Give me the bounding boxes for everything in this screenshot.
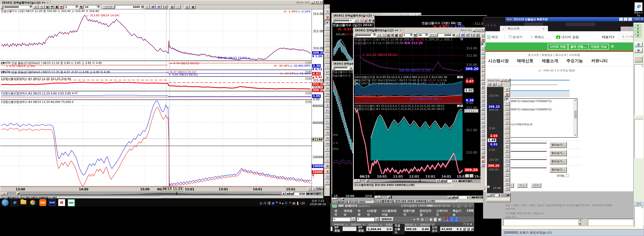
menu-system-market[interactable]: 시스템시장: [488, 58, 509, 64]
pane-call-option[interactable]: ▼▼ATM 연결 콜옵션(1분Data2 ) 06/15 11:20 종 3.8…: [0, 61, 312, 70]
symbol-combo[interactable]: 00000000 ▼: [4, 5, 32, 9]
bar-chart-icon[interactable]: ıİl: [150, 5, 156, 9]
b2-scrollbar[interactable]: ≡ ◀ ▶ ◀◀ ▶▶ 6 ◆▶◀⊕⊖▦☒: [374, 195, 486, 199]
breadcrumb[interactable]: ⌂ › 커뮤니티 | 수식작성 Q&A: [538, 69, 575, 72]
minimize-button[interactable]: ▁: [310, 1, 314, 4]
b3-scrollbar[interactable]: ◀: [332, 197, 374, 200]
nav-controls[interactable]: ⌕ ▾ ⚿ ↻: [485, 24, 496, 27]
browser-tab[interactable]: ⟋ 예스스탁 ✕: [500, 26, 548, 31]
browse-button-3[interactable]: 찾아보기...: [550, 159, 567, 164]
close-button[interactable]: ×: [319, 1, 323, 4]
browser-title-bar[interactable]: BnB [3112] 선물옵션 빠른주문 ⇞□❐ — ✕: [506, 17, 644, 22]
nh-menu-item[interactable]: 시세/분석: [367, 209, 377, 216]
account-links[interactable]: 로그아웃 | 회원정보 | 회사소개 | 사이트맵: [528, 53, 580, 57]
scroll-next-icon[interactable]: ▶▶: [290, 192, 294, 195]
chart-scrollbar[interactable]: ≡ ◀ ▶ ◀◀ ▶▶ 558 ◆▶◀⊕⊖▦☒: [0, 192, 323, 195]
nh-menu-item[interactable]: 온라인지점: [420, 209, 432, 216]
start-button[interactable]: [2, 199, 9, 206]
restore-button[interactable]: ❐: [628, 18, 632, 21]
grid-icon[interactable]: ▦: [190, 5, 196, 9]
pane-close[interactable]: x: [308, 92, 311, 94]
c-scrollbar[interactable]: ≡ ◀ ▶ ◀◀ ▶▶ 433 ◆▶◀⊕⊖▦☒: [354, 179, 480, 183]
window-tab[interactable]: [6101] 전략실행차트(실시간)⊕⊙✕: [0, 1, 51, 5]
taskbar-icon-nh[interactable]: NH: [68, 199, 75, 206]
nh-menu-item[interactable]: 시스템트레이딩: [382, 209, 399, 216]
pane-close[interactable]: x: [308, 71, 311, 73]
pane-close[interactable]: x: [460, 76, 463, 78]
tray-clock[interactable]: 오전 7:222018-06-18: [310, 199, 326, 206]
taskbar-icon-on[interactable]: ON: [39, 199, 46, 206]
indicator-icon[interactable]: ▥: [184, 5, 190, 9]
monthly-button[interactable]: 월: [54, 5, 59, 9]
menu-signals[interactable]: 매매신호: [517, 58, 534, 64]
nh-menu-item[interactable]: 주문: [358, 209, 362, 216]
pane-minimize[interactable]: -: [305, 101, 308, 103]
pane-minimize[interactable]: -: [457, 105, 460, 107]
pane-minimize[interactable]: -: [305, 62, 308, 64]
nh-screen-grid[interactable]: 123456: [445, 217, 458, 222]
nh-tab-icons[interactable]: ❐ ☰ ✖: [463, 223, 472, 226]
quickpass-button[interactable]: ⚿ 퀵패스: [531, 35, 544, 39]
c-pane-options-area[interactable]: 1atm양합선으로 (0,0.95,50,10,5,5,1.008,0.985,…: [354, 75, 463, 104]
restore-button[interactable]: ∂: [314, 1, 319, 4]
signal-check-icon[interactable]: ✓: [144, 5, 150, 9]
nh-menu-item[interactable]: 핵심기능: [452, 209, 462, 216]
more-button[interactable]: 더보기+: [602, 35, 615, 39]
nh-tab[interactable]: 전략차트 x: [366, 223, 384, 227]
nh-title-bar[interactable]: NH NH 트레이더 [yesd11] 고객지원센터 1544-0000 AM(…: [331, 203, 474, 208]
menu-features[interactable]: 주요기능: [566, 58, 583, 64]
zoom-icon[interactable]: ⌕: [312, 187, 316, 191]
daily-button[interactable]: 일: [45, 5, 50, 9]
tray-icons[interactable]: ◍ 가 漢 ? ᄆ ▾ ▴ Ⓚ ⚑ ▤ ❚ ◁)): [260, 200, 305, 205]
taskbar-icon-bnb[interactable]: BnB: [49, 199, 56, 206]
cancel-button[interactable]: 취소: [517, 183, 527, 188]
list-button[interactable]: 목록: [531, 183, 541, 188]
draw-icon[interactable]: ∕: [308, 187, 312, 191]
tab-close-icon[interactable]: ✕: [46, 1, 49, 4]
flag-icon[interactable]: ↰: [39, 5, 45, 9]
pane-minimize[interactable]: -: [305, 77, 308, 80]
pane-composite-2[interactable]: 1양합선물포함양매수:#2 06/15 11:20 4.60 3.05 3.85…: [0, 92, 312, 100]
search-icon[interactable]: ⌕: [33, 5, 38, 9]
f-scrollbar1[interactable]: ≡▼: [578, 219, 583, 225]
send-button[interactable]: ❐ 보내기: [508, 35, 522, 39]
scroll-prev-icon[interactable]: ◀◀: [286, 192, 290, 195]
pane-minimize[interactable]: -: [457, 76, 460, 78]
html-checkbox[interactable]: HTML: [557, 174, 569, 178]
pane-composite-1[interactable]: 1양합선물포함양매수:#1 06/15 11:20 312.20 310.40 …: [0, 77, 312, 91]
dismiss-icon[interactable]: ✕: [610, 44, 614, 49]
home-icon[interactable]: ⌂: [453, 204, 455, 208]
count-combo[interactable]: 건수 ▼: [102, 5, 115, 9]
visible-bars-input[interactable]: 558: [294, 192, 306, 195]
browse-button-1[interactable]: 찾아보기...: [550, 142, 567, 148]
pane-minimize[interactable]: -: [305, 92, 308, 94]
pane-close[interactable]: x: [460, 105, 463, 107]
nh-toolbar-icons[interactable]: ▸⚙▥▢▩◙▣: [414, 217, 442, 221]
pane-futures-candles[interactable]: 연결선물지수 (1분) 06/15 11:20 종 310.40 시 310.4…: [0, 10, 312, 61]
taskbar-icon-hanmi[interactable]: 雄: [58, 199, 65, 206]
pane-composite-3[interactable]: 1양합선물포함양매수:#3 06/15 11:20 60,000 75,000 …: [0, 100, 312, 187]
g-button[interactable]: [634, 56, 643, 62]
never-button[interactable]: 절대 안함...: [568, 44, 589, 50]
weekly-button[interactable]: 주: [50, 5, 54, 9]
pane-put-option[interactable]: ▼▼ATM 연결 풋옵션(1분Data3 ) 06/15 11:20 종 4.0…: [0, 70, 312, 77]
month-button[interactable]: 월: [634, 42, 643, 47]
strategy-chart-button[interactable]: 전략차트: [380, 217, 394, 221]
collapse-button[interactable]: ‹: [1, 5, 3, 9]
taskbar-icon-explorer[interactable]: [20, 200, 26, 204]
c-pane-candles[interactable]: 연결선물지수 (1분) 06/15 15:46 종 309.20 +0.20 시…: [354, 38, 463, 75]
report-icon[interactable]: ▤: [170, 5, 175, 9]
pane-minimize[interactable]: -: [305, 71, 308, 73]
menu-community[interactable]: 커뮤니티: [591, 58, 608, 64]
nh-menu-item[interactable]: 관리: [334, 209, 339, 216]
pane-close[interactable]: x: [308, 101, 311, 103]
menu-products[interactable]: 제품소개: [542, 58, 558, 64]
taskbar-icon-ie[interactable]: e: [11, 199, 18, 206]
d-scrollbar[interactable]: 6 ◆▶: [486, 193, 510, 197]
tab-close-icon[interactable]: ✕: [542, 27, 545, 31]
browse-button-4[interactable]: 찾아보기...: [550, 167, 567, 173]
nh-menu-item[interactable]: 계좌정보: [344, 209, 354, 216]
title-bar[interactable]: [6101] 전략실행차트(실시간)⊕⊙✕ New Ver ▁ ∂ ×: [0, 1, 323, 5]
nh-menu-item[interactable]: 고객가이드: [436, 209, 448, 216]
nh-menu-item[interactable]: CME: [467, 209, 474, 216]
